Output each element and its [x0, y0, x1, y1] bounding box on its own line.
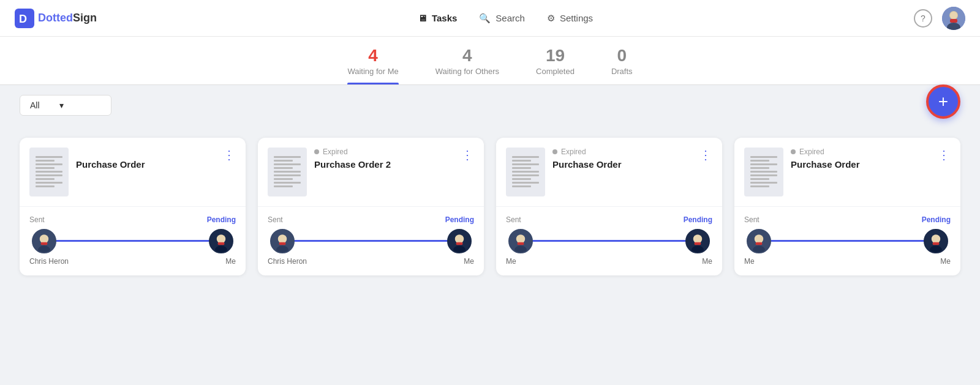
card-status: Expired	[314, 148, 454, 156]
card-menu-button[interactable]: ⋮	[699, 148, 712, 162]
workflow-labels: Sent Pending	[506, 215, 712, 224]
avatar-face-pending	[448, 230, 470, 252]
main-nav: 🖥 Tasks 🔍 Search ⚙ Settings	[97, 13, 914, 24]
user-avatar[interactable]	[942, 7, 965, 30]
recipient-name: Me	[702, 257, 712, 266]
workflow-names: Me Me	[744, 257, 951, 266]
avatar-face	[748, 230, 770, 252]
sender-avatar	[270, 229, 295, 253]
tab-waiting-for-others-label: Waiting for Others	[435, 67, 499, 76]
nav-search-label: Search	[496, 13, 525, 23]
svg-rect-6	[950, 19, 957, 23]
tab-drafts[interactable]: 0 Drafts	[611, 47, 633, 84]
document-thumbnail	[744, 148, 783, 196]
sender-name: Chris Heron	[268, 257, 307, 266]
card-title: Purchase Order	[552, 159, 692, 171]
logo[interactable]: D DottedSign	[15, 9, 97, 28]
recipient-avatar	[209, 229, 233, 253]
card-title: Purchase Order 2	[314, 159, 454, 171]
status-label: Expired	[323, 148, 348, 156]
sender-name: Chris Heron	[29, 257, 69, 266]
sender-name: Me	[506, 257, 516, 266]
pending-label: Pending	[445, 215, 474, 224]
create-new-button[interactable]: +	[926, 84, 960, 119]
nav-settings-label: Settings	[560, 13, 593, 23]
pending-label: Pending	[922, 215, 951, 224]
card-workflow: Sent Pending Me Me	[734, 207, 960, 275]
svg-point-36	[932, 234, 940, 243]
workflow-track	[744, 229, 951, 253]
cards-grid: Purchase Order ⋮ Sent Pending Chris Hero…	[0, 125, 980, 288]
workflow-track	[268, 229, 474, 253]
card-status: Expired	[791, 148, 930, 156]
card-workflow: Sent Pending Me Me	[496, 207, 722, 275]
tab-completed[interactable]: 19 Completed	[536, 47, 575, 84]
card-header: Expired Purchase Order 2 ⋮	[258, 138, 484, 207]
recipient-avatar	[447, 229, 472, 253]
recipient-avatar	[685, 229, 710, 253]
tab-drafts-count: 0	[617, 47, 627, 65]
card-menu-button[interactable]: ⋮	[938, 148, 951, 162]
track-line	[532, 240, 687, 242]
svg-rect-18	[279, 242, 286, 245]
svg-rect-22	[456, 242, 463, 245]
tab-waiting-for-me[interactable]: 4 Waiting for Me	[347, 47, 398, 84]
svg-point-24	[516, 234, 525, 243]
document-thumbnail	[506, 148, 545, 196]
svg-text:D: D	[19, 13, 27, 25]
help-button[interactable]: ?	[914, 9, 932, 28]
status-dot	[552, 149, 557, 154]
tab-waiting-for-me-label: Waiting for Me	[347, 67, 398, 76]
filter-dropdown[interactable]: All ▾	[20, 95, 111, 116]
tab-waiting-for-me-count: 4	[368, 47, 378, 65]
status-label: Expired	[561, 148, 586, 156]
document-thumbnail	[268, 148, 307, 196]
workflow-names: Me Me	[506, 257, 712, 266]
toolbar: All ▾ ⊞ ↻	[0, 85, 980, 125]
nav-tasks[interactable]: 🖥 Tasks	[418, 13, 457, 23]
tab-waiting-for-others[interactable]: 4 Waiting for Others	[435, 47, 499, 84]
workflow-labels: Sent Pending	[744, 215, 951, 224]
workflow-names: Chris Heron Me	[268, 257, 474, 266]
card-menu-button[interactable]: ⋮	[461, 148, 474, 162]
chevron-down-icon: ▾	[59, 100, 64, 110]
track-line	[770, 240, 925, 242]
recipient-name: Me	[464, 257, 474, 266]
card-title: Purchase Order	[791, 159, 930, 171]
svg-point-16	[278, 234, 287, 243]
workflow-labels: Sent Pending	[268, 215, 474, 224]
svg-point-12	[217, 234, 225, 243]
card-workflow: Sent Pending Chris Heron Me	[258, 207, 484, 275]
sender-name: Me	[744, 257, 755, 266]
avatar-face	[510, 230, 532, 252]
fab-container: +	[926, 84, 960, 119]
document-card: Expired Purchase Order 2 ⋮ Sent Pending	[258, 138, 484, 275]
svg-rect-26	[518, 242, 524, 245]
card-header: Expired Purchase Order ⋮	[734, 138, 960, 207]
header-right: ?	[914, 7, 965, 30]
status-label: Expired	[799, 148, 824, 156]
logo-icon: D	[15, 9, 34, 28]
status-dot	[791, 149, 796, 154]
nav-search[interactable]: 🔍 Search	[479, 13, 525, 24]
sent-label: Sent	[29, 215, 45, 224]
card-menu-button[interactable]: ⋮	[223, 148, 236, 162]
svg-point-20	[455, 234, 464, 243]
svg-rect-14	[218, 242, 225, 245]
track-line	[55, 240, 210, 242]
avatar-icon	[942, 7, 965, 30]
sent-label: Sent	[268, 215, 283, 224]
svg-point-32	[755, 234, 763, 243]
document-card: Expired Purchase Order ⋮ Sent Pending	[734, 138, 960, 275]
avatar-face	[33, 230, 55, 252]
pending-label: Pending	[684, 215, 712, 224]
card-info: Purchase Order	[76, 148, 216, 171]
sender-avatar	[32, 229, 56, 253]
tasks-icon: 🖥	[418, 13, 427, 23]
tab-completed-label: Completed	[536, 67, 575, 76]
tabs-section: 4 Waiting for Me 4 Waiting for Others 19…	[0, 37, 980, 85]
nav-settings[interactable]: ⚙ Settings	[547, 13, 593, 24]
workflow-track	[506, 229, 712, 253]
status-dot	[314, 149, 319, 154]
filter-value: All	[30, 100, 40, 110]
